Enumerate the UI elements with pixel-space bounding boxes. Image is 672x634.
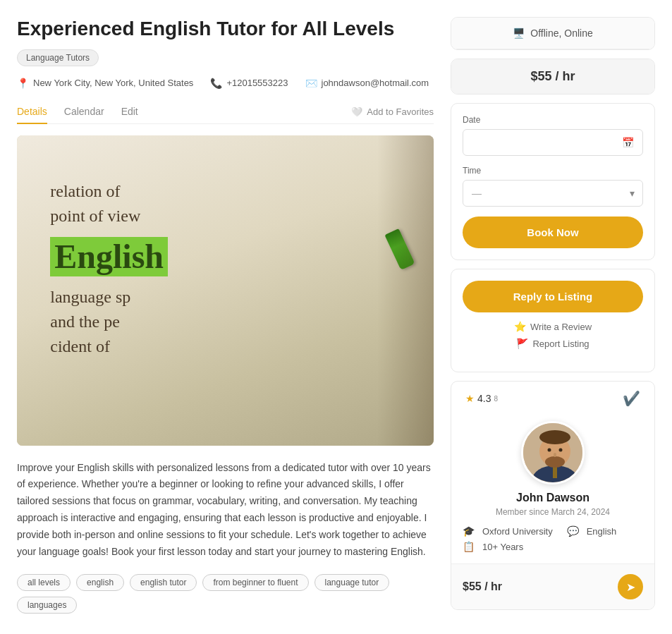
tag-item[interactable]: english [76,574,124,591]
email-icon: ✉️ [305,78,317,89]
language-text: English [587,526,617,537]
add-to-favorites-button[interactable]: 🤍 Add to Favorites [351,106,434,117]
tab-calendar[interactable]: Calendar [64,100,104,124]
report-listing-label: Report Listing [532,339,589,349]
booking-section: Date 📅 Time — ▾ Book Now [451,104,654,260]
rating-star-icon: ★ [465,393,475,404]
booking-card: Date 📅 Time — ▾ Book Now [451,103,655,260]
listing-title: Experienced English Tutor for All Levels [17,17,434,41]
tutor-details: 🎓 Oxford University 💬 English 📋 10+ Year… [463,525,643,552]
price-display: $55 / hr [451,59,654,94]
bottom-bar: $55 / hr ➤ [451,563,654,609]
language-icon: 💬 [567,525,581,537]
write-review-label: Write a Review [530,322,592,332]
email-item: ✉️ johndawson@hotmail.com [305,78,429,89]
tag-item[interactable]: from beginner to fluent [202,574,308,591]
book-line-1: relation of [50,182,400,201]
listing-description: Improve your English skills with persona… [17,460,434,561]
svg-point-6 [548,449,551,452]
reply-to-listing-button[interactable]: Reply to Listing [463,281,643,312]
rating-display: ★ 4.3 8 [465,393,498,404]
university-text: Oxford University [482,526,553,537]
mode-row: 🖥️ Offline, Online [451,18,654,49]
book-line-2: point of view [50,207,400,226]
university-row: 🎓 Oxford University 💬 English [463,525,643,537]
experience-text: 10+ Years [482,542,523,552]
tab-details[interactable]: Details [17,100,47,124]
experience-icon: 📋 [463,541,477,552]
phone-icon: 📞 [210,78,222,89]
main-content: Experienced English Tutor for All Levels… [17,17,434,618]
date-input-wrapper[interactable]: 📅 [463,129,643,156]
time-label: Time [463,166,643,176]
tag-item[interactable]: languages [17,597,77,614]
star-icon: ⭐ [514,321,526,332]
svg-point-7 [559,449,563,452]
tutor-avatar [521,421,585,484]
date-label: Date [463,115,643,125]
mode-icon: 🖥️ [513,28,525,39]
phone-text: +12015553223 [226,78,288,88]
book-now-button[interactable]: Book Now [463,217,643,248]
send-icon: ➤ [626,580,635,594]
avatar-image [523,423,585,484]
actions-card: Reply to Listing ⭐ Write a Review 🚩 Repo… [451,269,655,372]
tutor-name: John Dawson [516,492,589,504]
listing-image: relation of point of view English langua… [17,135,434,446]
sidebar: 🖥️ Offline, Online $55 / hr Date 📅 Time … [451,17,655,618]
flag-icon: 🚩 [516,338,528,349]
tag-item[interactable]: english tutor [130,574,197,591]
contact-row: 📍 New York City, New York, United States… [17,78,434,89]
tags-container: all levelsenglishenglish tutorfrom begin… [17,574,434,614]
tag-item[interactable]: language tutor [314,574,390,591]
svg-point-4 [539,430,570,444]
heart-icon: 🤍 [351,106,362,117]
report-listing-link[interactable]: 🚩 Report Listing [516,338,589,349]
verified-badge-icon: ✔️ [623,390,640,407]
rating-value: 4.3 [477,393,491,404]
member-since: Member since March 24, 2024 [496,507,610,517]
book-line-4: and the pe [50,312,400,331]
price-card: $55 / hr [451,59,655,95]
time-select-wrapper: — ▾ [463,180,643,207]
university-icon: 🎓 [463,525,477,537]
phone-item: 📞 +12015553223 [210,78,288,89]
mode-card: 🖥️ Offline, Online [451,17,655,50]
add-favorites-label: Add to Favorites [367,106,434,117]
actions-section: Reply to Listing ⭐ Write a Review 🚩 Repo… [451,269,654,372]
tab-bar: Details Calendar Edit 🤍 Add to Favorites [17,100,434,124]
category-badge[interactable]: Language Tutors [17,49,99,66]
write-review-link[interactable]: ⭐ Write a Review [514,321,592,332]
bottom-price: $55 / hr [463,580,502,593]
location-item: 📍 New York City, New York, United States [17,78,193,89]
book-line-5: cident of [50,337,400,356]
location-text: New York City, New York, United States [33,78,193,88]
highlighted-word: English [50,237,168,277]
book-line-3: language sp [50,288,400,307]
svg-point-5 [545,456,565,468]
rating-count: 8 [494,395,498,403]
time-select[interactable]: — [463,180,643,207]
tutor-profile: John Dawson Member since March 24, 2024 … [451,415,654,563]
action-links: ⭐ Write a Review 🚩 Report Listing [463,321,643,349]
email-link[interactable]: johndawson@hotmail.com [322,78,429,88]
mode-text: Offline, Online [530,28,592,39]
tab-edit[interactable]: Edit [121,100,138,124]
rating-row: ★ 4.3 8 ✔️ [463,390,643,415]
send-button[interactable]: ➤ [618,574,643,599]
experience-row: 📋 10+ Years [463,541,643,552]
calendar-icon: 📅 [622,137,634,148]
location-icon: 📍 [17,78,29,89]
tutor-profile-card: ★ 4.3 8 ✔️ [451,381,655,610]
date-input[interactable] [472,137,622,148]
tag-item[interactable]: all levels [17,574,71,591]
svg-point-8 [554,453,556,457]
